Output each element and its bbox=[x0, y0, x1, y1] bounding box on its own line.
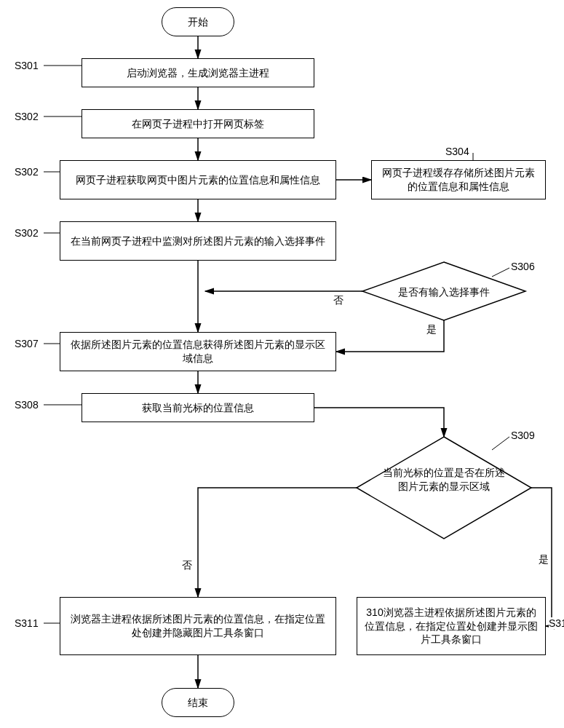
l-s302c: S302 bbox=[15, 227, 39, 239]
l-s302b: S302 bbox=[15, 166, 39, 178]
box-s310: 310浏览器主进程依据所述图片元素的位置信息，在指定位置处创建并显示图片工具条窗… bbox=[357, 597, 546, 655]
t: 在网页子进程中打开网页标签 bbox=[132, 117, 264, 131]
box-s302c: 在当前网页子进程中监测对所述图片元素的输入选择事件 bbox=[60, 221, 336, 261]
box-s302b: 网页子进程获取网页中图片元素的位置信息和属性信息 bbox=[60, 160, 336, 199]
l-s311: S311 bbox=[15, 617, 39, 629]
t: 网页子进程获取网页中图片元素的位置信息和属性信息 bbox=[76, 173, 320, 187]
t: 310浏览器主进程依据所述图片元素的位置信息，在指定位置处创建并显示图片工具条窗… bbox=[363, 606, 539, 647]
l-s302a: S302 bbox=[15, 111, 39, 122]
box-s308: 获取当前光标的位置信息 bbox=[82, 393, 314, 422]
l-s308: S308 bbox=[15, 399, 39, 411]
box-s304: 网页子进程缓存存储所述图片元素的位置信息和属性信息 bbox=[371, 160, 546, 199]
t: 启动浏览器，生成浏览器主进程 bbox=[127, 66, 269, 80]
l-s307: S307 bbox=[15, 338, 39, 349]
l-s301: S301 bbox=[15, 60, 39, 71]
d306t: 是否有输入选择事件 bbox=[378, 285, 509, 299]
d309t: 当前光标的位置是否在所述图片元素的显示区域 bbox=[378, 466, 509, 494]
t: 浏览器主进程依据所述图片元素的位置信息，在指定位置处创建并隐藏图片工具条窗口 bbox=[66, 612, 330, 640]
t: 网页子进程缓存存储所述图片元素的位置信息和属性信息 bbox=[378, 166, 539, 194]
t: 获取当前光标的位置信息 bbox=[142, 401, 254, 415]
l-s304: S304 bbox=[445, 146, 469, 157]
l-s310: S310 bbox=[549, 617, 564, 629]
box-s302a: 在网页子进程中打开网页标签 bbox=[82, 109, 314, 138]
box-s301: 启动浏览器，生成浏览器主进程 bbox=[82, 58, 314, 87]
end-label-2: 结束 bbox=[188, 696, 208, 710]
box-s311: 浏览器主进程依据所述图片元素的位置信息，在指定位置处创建并隐藏图片工具条窗口 bbox=[60, 597, 336, 655]
l-s309: S309 bbox=[511, 430, 535, 441]
e306no: 否 bbox=[333, 294, 343, 307]
t: 在当前网页子进程中监测对所述图片元素的输入选择事件 bbox=[71, 234, 325, 248]
e309no: 否 bbox=[182, 559, 192, 572]
t: 依据所述图片元素的位置信息获得所述图片元素的显示区域信息 bbox=[66, 338, 330, 365]
start-terminal-2: 开始 bbox=[162, 7, 234, 36]
box-s307: 依据所述图片元素的位置信息获得所述图片元素的显示区域信息 bbox=[60, 332, 336, 371]
end-terminal-2: 结束 bbox=[162, 688, 234, 717]
start-label-2: 开始 bbox=[188, 15, 208, 29]
e306yes: 是 bbox=[426, 323, 437, 336]
l-s306: S306 bbox=[511, 261, 535, 272]
e309yes: 是 bbox=[539, 553, 549, 566]
